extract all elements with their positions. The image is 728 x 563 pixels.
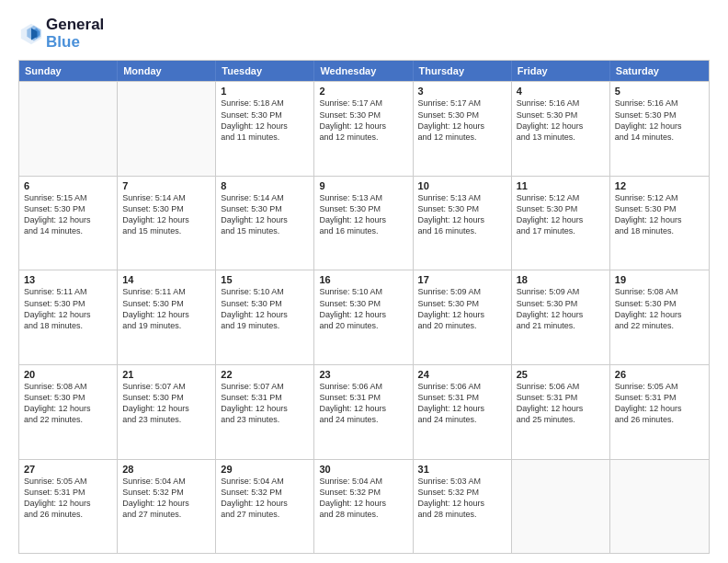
weekday-header-monday: Monday [118, 61, 216, 81]
day-number: 22 [221, 369, 309, 380]
day-number: 11 [517, 180, 605, 191]
day-number: 9 [319, 180, 407, 191]
page: General Blue SundayMondayTuesdayWednesda… [0, 0, 728, 563]
calendar-cell: 21Sunrise: 5:07 AM Sunset: 5:30 PM Dayli… [118, 365, 216, 459]
calendar-cell: 12Sunrise: 5:12 AM Sunset: 5:30 PM Dayli… [610, 177, 709, 270]
day-number: 31 [418, 464, 506, 475]
calendar-cell: 29Sunrise: 5:04 AM Sunset: 5:32 PM Dayli… [216, 460, 314, 554]
header: General Blue [18, 17, 710, 51]
day-number: 3 [418, 86, 506, 97]
logo-text-block: General Blue [46, 17, 104, 51]
day-info: Sunrise: 5:17 AM Sunset: 5:30 PM Dayligh… [319, 98, 407, 143]
day-info: Sunrise: 5:08 AM Sunset: 5:30 PM Dayligh… [24, 381, 112, 426]
day-info: Sunrise: 5:14 AM Sunset: 5:30 PM Dayligh… [221, 192, 309, 237]
calendar-cell: 16Sunrise: 5:10 AM Sunset: 5:30 PM Dayli… [314, 270, 413, 364]
day-number: 13 [24, 274, 112, 285]
weekday-header-friday: Friday [512, 61, 610, 81]
day-info: Sunrise: 5:06 AM Sunset: 5:31 PM Dayligh… [418, 381, 506, 426]
day-info: Sunrise: 5:08 AM Sunset: 5:30 PM Dayligh… [615, 286, 704, 331]
day-info: Sunrise: 5:16 AM Sunset: 5:30 PM Dayligh… [517, 98, 605, 143]
calendar-cell: 25Sunrise: 5:06 AM Sunset: 5:31 PM Dayli… [512, 365, 610, 459]
day-number: 4 [517, 86, 605, 97]
day-info: Sunrise: 5:14 AM Sunset: 5:30 PM Dayligh… [122, 192, 210, 237]
day-number: 1 [221, 86, 309, 97]
calendar-cell: 3Sunrise: 5:17 AM Sunset: 5:30 PM Daylig… [414, 82, 512, 176]
calendar-body: 1Sunrise: 5:18 AM Sunset: 5:30 PM Daylig… [19, 81, 709, 553]
calendar-cell: 23Sunrise: 5:06 AM Sunset: 5:31 PM Dayli… [314, 365, 413, 459]
logo-icon [18, 21, 44, 47]
day-number: 6 [24, 180, 112, 191]
day-info: Sunrise: 5:04 AM Sunset: 5:32 PM Dayligh… [122, 476, 210, 521]
calendar-cell: 4Sunrise: 5:16 AM Sunset: 5:30 PM Daylig… [512, 82, 610, 176]
day-info: Sunrise: 5:07 AM Sunset: 5:31 PM Dayligh… [221, 381, 309, 426]
day-info: Sunrise: 5:17 AM Sunset: 5:30 PM Dayligh… [418, 98, 506, 143]
day-info: Sunrise: 5:09 AM Sunset: 5:30 PM Dayligh… [517, 286, 605, 331]
calendar-cell: 13Sunrise: 5:11 AM Sunset: 5:30 PM Dayli… [19, 270, 118, 364]
day-info: Sunrise: 5:15 AM Sunset: 5:30 PM Dayligh… [24, 192, 112, 237]
day-number: 10 [418, 180, 506, 191]
calendar-cell: 28Sunrise: 5:04 AM Sunset: 5:32 PM Dayli… [118, 460, 216, 554]
calendar-cell: 8Sunrise: 5:14 AM Sunset: 5:30 PM Daylig… [216, 177, 314, 270]
day-number: 24 [418, 369, 506, 380]
calendar-cell: 24Sunrise: 5:06 AM Sunset: 5:31 PM Dayli… [414, 365, 512, 459]
calendar-header: SundayMondayTuesdayWednesdayThursdayFrid… [19, 61, 709, 81]
calendar-cell: 2Sunrise: 5:17 AM Sunset: 5:30 PM Daylig… [314, 82, 413, 176]
calendar-cell: 26Sunrise: 5:05 AM Sunset: 5:31 PM Dayli… [610, 365, 709, 459]
day-info: Sunrise: 5:16 AM Sunset: 5:30 PM Dayligh… [615, 98, 704, 143]
weekday-header-sunday: Sunday [19, 61, 118, 81]
day-info: Sunrise: 5:11 AM Sunset: 5:30 PM Dayligh… [24, 286, 112, 331]
day-number: 21 [122, 369, 210, 380]
calendar-row-4: 27Sunrise: 5:05 AM Sunset: 5:31 PM Dayli… [19, 459, 709, 554]
day-number: 16 [319, 274, 407, 285]
calendar-row-1: 6Sunrise: 5:15 AM Sunset: 5:30 PM Daylig… [19, 176, 709, 270]
day-info: Sunrise: 5:09 AM Sunset: 5:30 PM Dayligh… [418, 286, 506, 331]
day-info: Sunrise: 5:05 AM Sunset: 5:31 PM Dayligh… [24, 476, 112, 521]
day-info: Sunrise: 5:06 AM Sunset: 5:31 PM Dayligh… [517, 381, 605, 426]
day-number: 28 [122, 464, 210, 475]
day-info: Sunrise: 5:03 AM Sunset: 5:32 PM Dayligh… [418, 476, 506, 521]
day-number: 23 [319, 369, 407, 380]
day-number: 5 [615, 86, 704, 97]
calendar-cell: 1Sunrise: 5:18 AM Sunset: 5:30 PM Daylig… [216, 82, 314, 176]
calendar-cell [610, 460, 709, 554]
weekday-header-wednesday: Wednesday [314, 61, 413, 81]
day-number: 8 [221, 180, 309, 191]
logo: General Blue [18, 17, 104, 51]
calendar-cell: 19Sunrise: 5:08 AM Sunset: 5:30 PM Dayli… [610, 270, 709, 364]
calendar-cell: 14Sunrise: 5:11 AM Sunset: 5:30 PM Dayli… [118, 270, 216, 364]
day-number: 17 [418, 274, 506, 285]
day-info: Sunrise: 5:12 AM Sunset: 5:30 PM Dayligh… [615, 192, 704, 237]
day-number: 7 [122, 180, 210, 191]
calendar-cell: 30Sunrise: 5:04 AM Sunset: 5:32 PM Dayli… [314, 460, 413, 554]
calendar-row-3: 20Sunrise: 5:08 AM Sunset: 5:30 PM Dayli… [19, 364, 709, 459]
calendar-cell: 7Sunrise: 5:14 AM Sunset: 5:30 PM Daylig… [118, 177, 216, 270]
day-info: Sunrise: 5:12 AM Sunset: 5:30 PM Dayligh… [517, 192, 605, 237]
day-number: 14 [122, 274, 210, 285]
calendar-cell: 15Sunrise: 5:10 AM Sunset: 5:30 PM Dayli… [216, 270, 314, 364]
day-number: 26 [615, 369, 704, 380]
day-number: 20 [24, 369, 112, 380]
calendar-cell: 6Sunrise: 5:15 AM Sunset: 5:30 PM Daylig… [19, 177, 118, 270]
calendar-cell: 11Sunrise: 5:12 AM Sunset: 5:30 PM Dayli… [512, 177, 610, 270]
day-number: 19 [615, 274, 704, 285]
calendar-cell: 18Sunrise: 5:09 AM Sunset: 5:30 PM Dayli… [512, 270, 610, 364]
calendar-cell: 20Sunrise: 5:08 AM Sunset: 5:30 PM Dayli… [19, 365, 118, 459]
day-info: Sunrise: 5:04 AM Sunset: 5:32 PM Dayligh… [319, 476, 407, 521]
day-info: Sunrise: 5:06 AM Sunset: 5:31 PM Dayligh… [319, 381, 407, 426]
day-info: Sunrise: 5:18 AM Sunset: 5:30 PM Dayligh… [221, 98, 309, 143]
day-info: Sunrise: 5:11 AM Sunset: 5:30 PM Dayligh… [122, 286, 210, 331]
calendar-cell [512, 460, 610, 554]
day-info: Sunrise: 5:04 AM Sunset: 5:32 PM Dayligh… [221, 476, 309, 521]
calendar: SundayMondayTuesdayWednesdayThursdayFrid… [18, 60, 710, 554]
day-number: 27 [24, 464, 112, 475]
day-info: Sunrise: 5:13 AM Sunset: 5:30 PM Dayligh… [319, 192, 407, 237]
calendar-cell: 10Sunrise: 5:13 AM Sunset: 5:30 PM Dayli… [414, 177, 512, 270]
day-info: Sunrise: 5:07 AM Sunset: 5:30 PM Dayligh… [122, 381, 210, 426]
day-info: Sunrise: 5:05 AM Sunset: 5:31 PM Dayligh… [615, 381, 704, 426]
calendar-cell: 22Sunrise: 5:07 AM Sunset: 5:31 PM Dayli… [216, 365, 314, 459]
calendar-cell: 9Sunrise: 5:13 AM Sunset: 5:30 PM Daylig… [314, 177, 413, 270]
calendar-row-2: 13Sunrise: 5:11 AM Sunset: 5:30 PM Dayli… [19, 270, 709, 364]
day-info: Sunrise: 5:13 AM Sunset: 5:30 PM Dayligh… [418, 192, 506, 237]
logo-general: General [46, 17, 104, 34]
calendar-cell: 31Sunrise: 5:03 AM Sunset: 5:32 PM Dayli… [414, 460, 512, 554]
